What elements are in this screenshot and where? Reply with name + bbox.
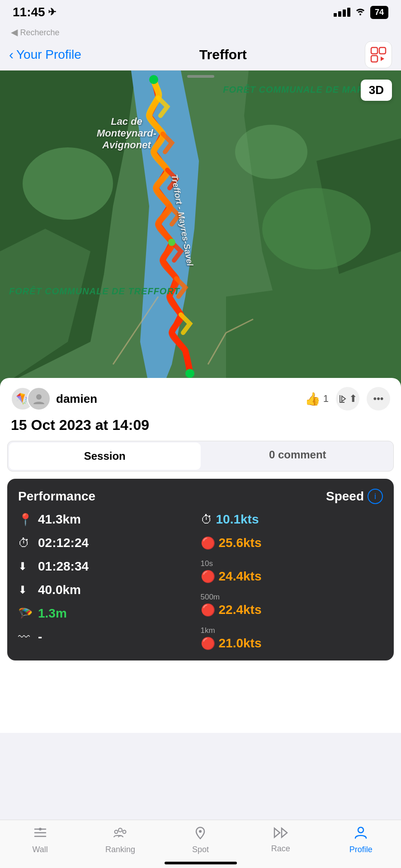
perf-title: Performance xyxy=(18,489,95,504)
speed-500m-value: 22.4kts xyxy=(219,603,262,617)
race-label: Race xyxy=(271,844,290,854)
speed-title: Speed xyxy=(326,489,364,504)
moving-distance-value: 40.0km xyxy=(38,583,81,597)
speed-10s-item: 10s 🔴 24.4kts xyxy=(201,559,383,584)
top-navigation: ‹ Your Profile Treffort xyxy=(0,39,401,71)
svg-rect-0 xyxy=(371,47,377,54)
status-bar: 11:45 ✈ 74 xyxy=(0,0,401,24)
wind-icon: 〰 xyxy=(18,630,33,644)
perf-right-col: ⏱ 10.1kts 🔴 25.6kts 10s 🔴 24.4kts xyxy=(201,512,383,651)
ellipsis-icon: ••• xyxy=(373,393,383,405)
battery-icon: 74 xyxy=(370,6,388,19)
max-speed-item: 🔴 25.6kts xyxy=(201,536,383,550)
location-icon: ✈ xyxy=(48,6,56,18)
wall-icon xyxy=(33,826,47,843)
back-nav-label: ◀ Recherche xyxy=(11,27,60,37)
forest-label-treffort: FORÊT COMMUNALE DE TREFFORT xyxy=(9,286,180,297)
wall-label: Wall xyxy=(33,845,48,854)
info-button[interactable]: i xyxy=(368,489,383,504)
back-label: Your Profile xyxy=(16,47,81,62)
avatar xyxy=(27,387,51,410)
moving-time-item: ⬇ 01:28:34 xyxy=(18,559,201,574)
moving-dist-icon: ⬇ xyxy=(18,584,33,596)
svg-point-22 xyxy=(39,828,42,830)
tab-session[interactable]: Session xyxy=(9,443,201,470)
speed-1km-value: 21.0kts xyxy=(219,636,262,651)
tab-comments[interactable]: 0 comment xyxy=(202,441,394,471)
user-left: 🪁 damien xyxy=(11,387,97,410)
nav-item-spot[interactable]: Spot xyxy=(173,826,227,854)
nav-item-race[interactable]: Race xyxy=(254,826,308,854)
status-time: 11:45 ✈ xyxy=(13,5,56,19)
performance-section: Performance Speed i 📍 41.3km ⏱ 02:12:24 … xyxy=(7,479,394,660)
nav-item-wall[interactable]: Wall xyxy=(13,826,67,854)
user-actions: 👍 1 ⬆ ••• xyxy=(305,387,390,410)
max-speed-value: 25.6kts xyxy=(219,536,262,550)
more-options-button[interactable]: ••• xyxy=(367,387,390,410)
avg-speed-item: ⏱ 10.1kts xyxy=(201,512,383,527)
distance-item: 📍 41.3km xyxy=(18,512,201,527)
speed-500m-label: 500m xyxy=(201,593,220,602)
speed-10s-icon: 🔴 xyxy=(201,570,215,584)
back-button[interactable]: ‹ Your Profile xyxy=(9,47,81,62)
svg-point-26 xyxy=(199,830,202,833)
svg-point-17 xyxy=(149,75,158,84)
page-title: Treffort xyxy=(199,47,247,62)
content-panel: 🪁 damien 👍 1 ⬆ ••• 15 Oct 2023 at 14:09 xyxy=(0,378,401,733)
spot-label: Spot xyxy=(192,845,209,854)
thumbs-up-icon: 👍 xyxy=(305,392,321,406)
wind-value: - xyxy=(38,630,42,644)
moving-time-value: 01:28:34 xyxy=(38,559,89,574)
username-label: damien xyxy=(56,392,97,406)
altitude-value: 1.3m xyxy=(38,606,67,621)
speed-500m-icon: 🔴 xyxy=(201,603,215,617)
map-view[interactable]: FORÊT COMMUNALE DE MARCIEU FORÊT COMMUNA… xyxy=(0,71,401,387)
time-display: 11:45 xyxy=(13,5,45,19)
svg-point-19 xyxy=(168,239,175,246)
ranking-label: Ranking xyxy=(105,845,135,854)
svg-rect-1 xyxy=(379,47,386,54)
speed-500m-item: 500m 🔴 22.4kts xyxy=(201,593,383,617)
nav-item-profile[interactable]: Profile xyxy=(334,826,388,854)
gps-track xyxy=(0,71,401,387)
wifi-icon xyxy=(355,6,366,18)
perf-grid: 📍 41.3km ⏱ 02:12:24 ⬇ 01:28:34 ⬇ 40.0km … xyxy=(18,512,383,651)
race-icon xyxy=(273,826,289,842)
duration-value: 02:12:24 xyxy=(38,536,89,550)
map-3d-button[interactable]: 3D xyxy=(361,80,392,101)
speed-10s-label: 10s xyxy=(201,559,213,568)
max-speed-icon: 🔴 xyxy=(201,536,215,550)
avatar-stack: 🪁 xyxy=(11,387,51,410)
timer-icon: ⏱ xyxy=(18,536,33,550)
nav-item-ranking[interactable]: Ranking xyxy=(93,826,147,854)
svg-point-20 xyxy=(36,394,42,400)
signal-bars xyxy=(334,8,350,17)
home-indicator xyxy=(165,862,237,864)
svg-point-25 xyxy=(123,830,126,834)
speed-1km-item: 1km 🔴 21.0kts xyxy=(201,626,383,651)
avg-speed-value: 10.1kts xyxy=(216,512,259,527)
bottom-navigation: Wall Ranking Spot Race Profile xyxy=(0,820,401,868)
moving-time-icon: ⬇ xyxy=(18,560,33,573)
avg-speed-icon: ⏱ xyxy=(201,513,212,527)
ranking-icon xyxy=(113,826,127,843)
like-button[interactable]: 👍 1 xyxy=(305,392,329,406)
speed-1km-icon: 🔴 xyxy=(201,637,215,651)
drag-handle xyxy=(187,75,214,78)
like-count: 1 xyxy=(323,393,329,405)
video-action-button[interactable] xyxy=(365,41,392,68)
perf-header: Performance Speed i xyxy=(18,489,383,504)
svg-marker-28 xyxy=(282,828,287,837)
perf-left-col: 📍 41.3km ⏱ 02:12:24 ⬇ 01:28:34 ⬇ 40.0km … xyxy=(18,512,201,651)
play-squares-icon xyxy=(370,47,387,63)
altitude-icon: 🪂 xyxy=(18,607,33,621)
svg-marker-3 xyxy=(381,57,384,61)
share-button[interactable]: ⬆ xyxy=(336,387,359,410)
session-date: 15 Oct 2023 at 14:09 xyxy=(0,415,401,441)
spot-icon xyxy=(193,826,208,843)
svg-point-23 xyxy=(118,828,122,832)
user-info-row: 🪁 damien 👍 1 ⬆ ••• xyxy=(0,378,401,415)
moving-distance-item: ⬇ 40.0km xyxy=(18,583,201,597)
svg-point-24 xyxy=(115,830,118,834)
svg-point-29 xyxy=(358,827,363,833)
